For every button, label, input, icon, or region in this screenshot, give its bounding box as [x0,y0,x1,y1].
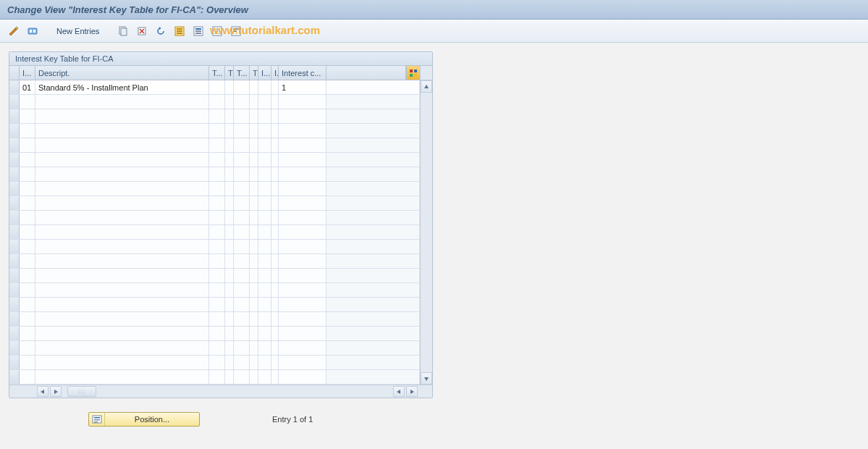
cell-t1[interactable] [209,240,225,253]
cell-t4[interactable] [250,240,258,253]
row-marker[interactable] [9,95,20,109]
cell-t3[interactable] [234,95,250,109]
row-marker[interactable] [9,240,20,253]
scroll-down-icon[interactable] [421,372,432,385]
scroll-right-end-icon[interactable] [406,386,418,397]
cell-t4[interactable] [250,225,258,239]
cell-t1[interactable] [209,298,225,311]
cell-t3[interactable] [234,269,250,282]
cell-i1[interactable] [258,182,271,196]
cell-t1[interactable] [209,370,225,384]
cell-t4[interactable] [250,356,258,369]
cell-t1[interactable] [209,196,225,210]
cell-desc[interactable] [35,95,209,109]
row-marker[interactable] [9,225,20,239]
cell-t4[interactable] [250,196,258,210]
cell-i1[interactable] [258,341,271,355]
cell-t3[interactable] [234,254,250,268]
cell-t3[interactable] [234,109,250,123]
col-header-t1[interactable]: T... [209,66,225,80]
cell-t4[interactable] [250,283,258,297]
cell-t2[interactable] [225,254,234,268]
cell-intc[interactable] [279,283,326,297]
cell-key[interactable] [20,182,35,196]
scroll-left-end-icon[interactable] [393,386,405,397]
row-marker[interactable] [9,254,20,268]
cell-i1[interactable] [258,153,271,167]
other-view-icon[interactable] [25,23,41,39]
cell-t3[interactable] [234,153,250,167]
cell-i1[interactable] [258,109,271,123]
cell-desc[interactable] [35,327,209,340]
cell-desc[interactable] [35,341,209,355]
cell-t1[interactable] [209,182,225,196]
cell-t4[interactable] [250,341,258,355]
cell-i2[interactable] [271,153,279,167]
cell-desc[interactable] [35,240,209,253]
cell-desc[interactable] [35,225,209,239]
col-header-description[interactable]: Descript. [35,66,209,80]
cell-t1[interactable] [209,138,225,152]
cell-t1[interactable] [209,225,225,239]
cell-t2[interactable] [225,211,234,224]
row-marker[interactable] [9,327,20,340]
cell-t4[interactable] [250,254,258,268]
cell-key[interactable] [20,370,35,384]
cell-t4[interactable] [250,80,258,94]
cell-t3[interactable] [234,182,250,196]
row-marker-header[interactable] [9,66,20,80]
cell-i2[interactable] [271,370,279,384]
cell-intc[interactable] [279,225,326,239]
cell-t1[interactable] [209,167,225,181]
cell-i2[interactable] [271,124,279,138]
cell-intc[interactable] [279,370,326,384]
cell-desc[interactable] [35,124,209,138]
cell-desc[interactable] [35,211,209,224]
cell-i2[interactable] [271,240,279,253]
cell-desc[interactable] [35,269,209,282]
row-marker[interactable] [9,356,20,369]
cell-key[interactable] [20,225,35,239]
cell-i1[interactable] [258,312,271,326]
cell-i2[interactable] [271,269,279,282]
cell-key[interactable] [20,298,35,311]
cell-t2[interactable] [225,327,234,340]
cell-i2[interactable] [271,138,279,152]
table-config-icon[interactable] [406,66,420,80]
horizontal-scrollbar[interactable]: ::: [9,385,432,398]
cell-intc[interactable] [279,95,326,109]
cell-key[interactable] [20,109,35,123]
cell-intc[interactable] [279,327,326,340]
cell-key[interactable] [20,356,35,369]
cell-t4[interactable] [250,269,258,282]
cell-key[interactable] [20,167,35,181]
cell-desc[interactable] [35,167,209,181]
cell-t3[interactable] [234,124,250,138]
row-marker[interactable] [9,182,20,196]
row-marker[interactable] [9,269,20,282]
cell-t3[interactable] [234,298,250,311]
cell-desc[interactable]: Standard 5% - Installment Plan [35,80,209,94]
toggle-display-change-icon[interactable] [6,23,22,39]
cell-key[interactable] [20,312,35,326]
cell-desc[interactable] [35,196,209,210]
cell-i2[interactable] [271,327,279,340]
cell-desc[interactable] [35,182,209,196]
cell-i1[interactable] [258,283,271,297]
cell-key[interactable] [20,196,35,210]
cell-t1[interactable] [209,109,225,123]
cell-key[interactable] [20,269,35,282]
cell-t4[interactable] [250,211,258,224]
cell-t4[interactable] [250,109,258,123]
cell-key[interactable] [20,341,35,355]
cell-intc[interactable] [279,356,326,369]
cell-t3[interactable] [234,356,250,369]
select-all-icon[interactable] [172,23,187,39]
cell-intc[interactable] [279,254,326,268]
copy-as-icon[interactable] [115,23,131,39]
cell-key[interactable] [20,211,35,224]
cell-intc[interactable] [279,312,326,326]
cell-t2[interactable] [225,153,234,167]
cell-t2[interactable] [225,124,234,138]
cell-i1[interactable] [258,167,271,181]
